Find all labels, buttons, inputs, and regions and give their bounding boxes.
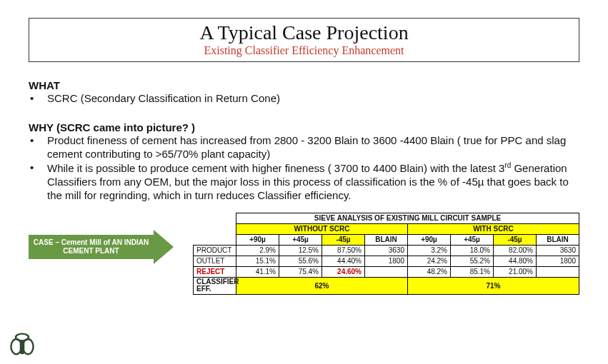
bullet-mark: • bbox=[29, 92, 47, 106]
why-bullet-1-text: Product fineness of cement has increased… bbox=[47, 134, 579, 161]
cell: 87.50% bbox=[322, 245, 365, 256]
cell: 21.00% bbox=[494, 266, 537, 277]
cell: 24.60% bbox=[322, 266, 365, 277]
cell: 3630 bbox=[365, 245, 408, 256]
col-head: BLAIN bbox=[365, 234, 408, 245]
row-label: PRODUCT bbox=[194, 245, 236, 256]
arrow-shape: CASE – Cement Mill of AN INDIAN CEMENT P… bbox=[29, 233, 186, 261]
lower-section: CASE – Cement Mill of AN INDIAN CEMENT P… bbox=[29, 213, 579, 295]
cell bbox=[365, 266, 408, 277]
col-head: +45µ bbox=[451, 234, 494, 245]
cell: 75.4% bbox=[279, 266, 322, 277]
group-with: WITH SCRC bbox=[408, 223, 579, 234]
cell: 2.9% bbox=[236, 245, 279, 256]
table-title: SIEVE ANALYSIS OF EXISTING MILL CIRCUIT … bbox=[236, 213, 579, 223]
cell: 85.1% bbox=[451, 266, 494, 277]
company-logo-icon bbox=[10, 333, 34, 358]
title-box: A Typical Case Projection Existing Class… bbox=[29, 18, 579, 62]
table-row: OUTLET 15.1% 55.6% 44.40% 1800 24.2% 55.… bbox=[194, 256, 579, 266]
cell: 24.2% bbox=[408, 256, 451, 266]
eff-with: 71% bbox=[408, 277, 579, 294]
cell: 1800 bbox=[537, 256, 579, 266]
case-arrow: CASE – Cement Mill of AN INDIAN CEMENT P… bbox=[29, 233, 193, 261]
bullet-mark: • bbox=[29, 134, 47, 161]
cell: 44.80% bbox=[494, 256, 537, 266]
cell: 48.2% bbox=[408, 266, 451, 277]
cell: 12.5% bbox=[279, 245, 322, 256]
cell: 44.40% bbox=[322, 256, 365, 266]
table-row: REJECT 41.1% 75.4% 24.60% 48.2% 85.1% 21… bbox=[194, 266, 579, 277]
col-head: +90µ bbox=[408, 234, 451, 245]
why-bullet-2-text: While it is possible to produce cement w… bbox=[47, 161, 579, 202]
cell bbox=[537, 266, 579, 277]
cell: 3630 bbox=[537, 245, 579, 256]
what-heading: WHAT bbox=[29, 79, 579, 91]
slide-subtitle: Existing Classifier Efficiency Enhanceme… bbox=[29, 44, 579, 57]
slide-title: A Typical Case Projection bbox=[29, 21, 579, 44]
row-label: OUTLET bbox=[194, 256, 236, 266]
col-head: +90µ bbox=[236, 234, 279, 245]
eff-without: 62% bbox=[236, 277, 408, 294]
cell: 3.2% bbox=[408, 245, 451, 256]
bullet-mark: • bbox=[29, 161, 47, 202]
row-label-eff: CLASSIFIER EFF. bbox=[194, 277, 236, 294]
svg-rect-3 bbox=[20, 340, 25, 355]
table-row: PRODUCT 2.9% 12.5% 87.50% 3630 3.2% 18.0… bbox=[194, 245, 579, 256]
cell: 82.00% bbox=[494, 245, 537, 256]
arrow-label: CASE – Cement Mill of AN INDIAN CEMENT P… bbox=[29, 235, 154, 259]
row-label-reject: REJECT bbox=[194, 266, 236, 277]
cell: 55.6% bbox=[279, 256, 322, 266]
why-bullet-2: • While it is possible to produce cement… bbox=[29, 161, 579, 202]
cell: 41.1% bbox=[236, 266, 279, 277]
col-head: -45µ bbox=[322, 234, 365, 245]
cell: 18.0% bbox=[451, 245, 494, 256]
why-heading: WHY (SCRC came into picture? ) bbox=[29, 121, 579, 133]
col-head: BLAIN bbox=[537, 234, 579, 245]
what-bullet: • SCRC (Secondary Classification in Retu… bbox=[29, 92, 579, 106]
why-bullet-1: • Product fineness of cement has increas… bbox=[29, 134, 579, 161]
cell: 1800 bbox=[365, 256, 408, 266]
sieve-table: SIEVE ANALYSIS OF EXISTING MILL CIRCUIT … bbox=[193, 213, 579, 295]
col-head: -45µ bbox=[494, 234, 537, 245]
cell: 55.2% bbox=[451, 256, 494, 266]
slide-body: WHAT • SCRC (Secondary Classification in… bbox=[0, 62, 608, 295]
what-bullet-text: SCRC (Secondary Classification in Return… bbox=[47, 92, 579, 106]
cell: 15.1% bbox=[236, 256, 279, 266]
col-head: +45µ bbox=[279, 234, 322, 245]
table-row-eff: CLASSIFIER EFF. 62% 71% bbox=[194, 277, 579, 294]
arrow-head-icon bbox=[154, 230, 174, 264]
group-without: WITHOUT SCRC bbox=[236, 223, 408, 234]
